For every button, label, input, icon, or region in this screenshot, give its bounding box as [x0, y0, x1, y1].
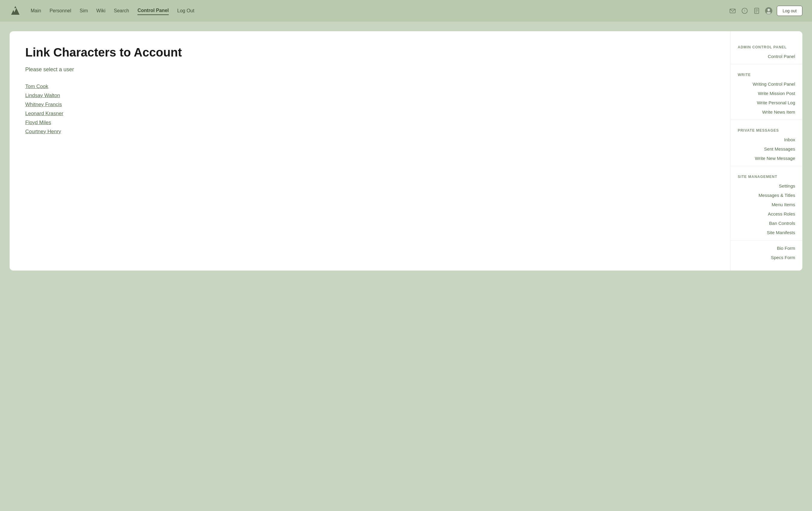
sidebar-write-personal-log[interactable]: Write Personal Log	[730, 98, 802, 107]
sidebar-specs-form[interactable]: Specs Form	[730, 253, 802, 262]
sidebar-access-roles[interactable]: Access Roles	[730, 209, 802, 218]
notification-icon[interactable]: !	[741, 7, 749, 15]
svg-marker-0	[11, 6, 20, 15]
svg-point-11	[766, 12, 771, 14]
document-icon[interactable]	[753, 7, 760, 15]
nav-personnel[interactable]: Personnel	[50, 7, 71, 15]
page-title: Link Characters to Account	[25, 46, 715, 59]
nav-links: Main Personnel Sim Wiki Search Control P…	[31, 7, 194, 15]
sidebar-write-news-item[interactable]: Write News Item	[730, 107, 802, 117]
sidebar-divider-1	[730, 64, 802, 64]
sidebar-bio-form[interactable]: Bio Form	[730, 243, 802, 253]
user-floyd-miles[interactable]: Floyd Miles	[25, 118, 715, 127]
user-leonard-krasner[interactable]: Leonard Krasner	[25, 110, 715, 118]
sidebar-site-manifests[interactable]: Site Manifests	[730, 228, 802, 237]
user-list: Tom Cook Lindsay Walton Whitney Francis …	[25, 82, 715, 136]
nav-control-panel[interactable]: Control Panel	[138, 7, 169, 15]
nav-logout[interactable]: Log Out	[177, 7, 194, 15]
nav-sim[interactable]: Sim	[80, 7, 88, 15]
sidebar-ban-controls[interactable]: Ban Controls	[730, 218, 802, 228]
sidebar-sent-messages[interactable]: Sent Messages	[730, 144, 802, 154]
nav-main[interactable]: Main	[31, 7, 41, 15]
sidebar-messages-titles[interactable]: Messages & Titles	[730, 190, 802, 200]
logo[interactable]	[10, 5, 21, 17]
sidebar: ADMIN CONTROL PANEL Control Panel WRITE …	[730, 31, 802, 271]
user-courtney-henry[interactable]: Courtney Henry	[25, 127, 715, 136]
sidebar-divider-2	[730, 120, 802, 120]
sidebar-section-write: WRITE	[730, 67, 802, 79]
logo-icon	[10, 5, 21, 17]
sidebar-menu-items[interactable]: Menu Items	[730, 200, 802, 209]
sidebar-control-panel[interactable]: Control Panel	[730, 52, 802, 61]
user-whitney-francis[interactable]: Whitney Francis	[25, 100, 715, 109]
nav-search[interactable]: Search	[114, 7, 129, 15]
sidebar-writing-control-panel[interactable]: Writing Control Panel	[730, 79, 802, 89]
page-subtitle: Please select a user	[25, 66, 715, 73]
nav-wiki[interactable]: Wiki	[96, 7, 105, 15]
sidebar-section-site: SITE MANAGEMENT	[730, 169, 802, 181]
sidebar-section-admin: ADMIN CONTROL PANEL	[730, 40, 802, 52]
logout-button[interactable]: Log out	[777, 6, 802, 16]
sidebar-divider-3	[730, 166, 802, 166]
sidebar-write-mission-post[interactable]: Write Mission Post	[730, 89, 802, 98]
navbar-right: ! Log out	[729, 6, 802, 16]
svg-text:!: !	[744, 9, 745, 12]
page-container: Link Characters to Account Please select…	[10, 31, 802, 271]
navbar-left: Main Personnel Sim Wiki Search Control P…	[10, 5, 194, 17]
sidebar-section-pm: PRIVATE MESSAGES	[730, 123, 802, 135]
avatar-icon[interactable]	[765, 7, 773, 15]
main-panel: Link Characters to Account Please select…	[10, 31, 730, 271]
sidebar-inbox[interactable]: Inbox	[730, 135, 802, 144]
sidebar-write-new-message[interactable]: Write New Message	[730, 154, 802, 163]
sidebar-settings[interactable]: Settings	[730, 181, 802, 190]
mail-icon[interactable]	[729, 7, 736, 15]
user-tom-cook[interactable]: Tom Cook	[25, 82, 715, 91]
navbar: Main Personnel Sim Wiki Search Control P…	[0, 0, 812, 22]
svg-point-10	[767, 9, 770, 11]
user-lindsay-walton[interactable]: Lindsay Walton	[25, 91, 715, 100]
